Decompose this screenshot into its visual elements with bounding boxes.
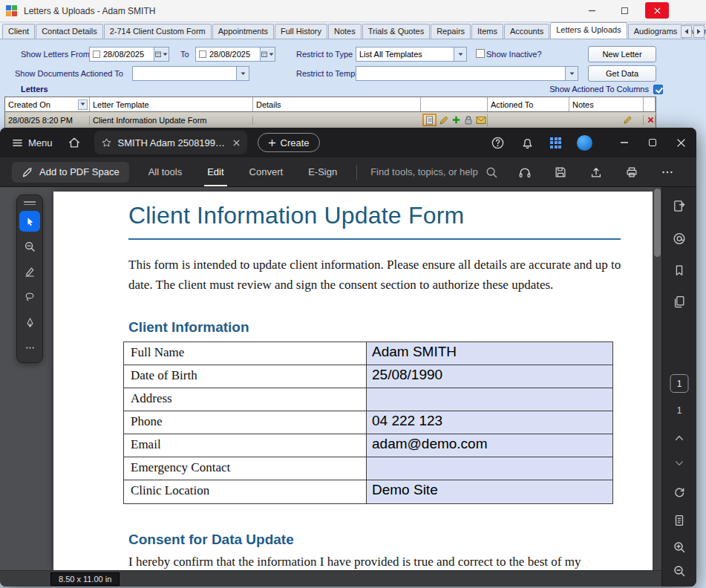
tab-scroll-left-button[interactable]: [681, 25, 692, 38]
actioned-to-select[interactable]: [132, 66, 249, 81]
export-button[interactable]: [673, 199, 687, 213]
actioned-to-dropdown-button[interactable]: [236, 67, 249, 80]
add-icon[interactable]: [451, 115, 461, 125]
account-avatar[interactable]: [577, 135, 592, 151]
menu-button[interactable]: Menu: [7, 133, 57, 153]
acrobat-close-button[interactable]: [676, 138, 686, 148]
column-header-letter-template[interactable]: Letter Template: [90, 97, 253, 111]
zoom-tool[interactable]: [19, 236, 40, 257]
zoom-out-button[interactable]: [673, 564, 686, 578]
edit-note-icon[interactable]: [623, 115, 633, 125]
save-button[interactable]: [554, 166, 567, 179]
vertical-scrollbar[interactable]: [653, 187, 661, 570]
sign-pen-tool[interactable]: [19, 312, 40, 333]
date-of-birth-field[interactable]: 25/08/1990: [367, 365, 612, 388]
tab-contact-details[interactable]: Contact Details: [36, 24, 103, 39]
highlight-tool[interactable]: [19, 261, 40, 282]
bookmarks-button[interactable]: [673, 264, 686, 277]
restrict-template-dropdown-button[interactable]: [565, 67, 578, 80]
comments-button[interactable]: [673, 232, 687, 246]
tab-all-tools[interactable]: All tools: [148, 157, 183, 186]
clinic-location-field[interactable]: Demo Site: [367, 480, 612, 503]
from-date-checkbox[interactable]: [93, 50, 100, 58]
tab-scroll-right-button[interactable]: [693, 25, 705, 38]
tab-notes[interactable]: Notes: [328, 24, 362, 39]
delete-letter-button[interactable]: [644, 116, 656, 124]
page-down-button[interactable]: [673, 457, 685, 469]
page-view-button[interactable]: [673, 514, 686, 527]
letter-row[interactable]: 28/08/25 8:20 PM Client Information Upda…: [5, 112, 656, 128]
acrobat-maximize-button[interactable]: [649, 138, 656, 148]
new-letter-button[interactable]: New Letter: [588, 46, 656, 62]
edit-letter-icon[interactable]: [439, 115, 449, 125]
email-field[interactable]: adam@demo.com: [367, 434, 612, 457]
document-tab[interactable]: SMITH Adam 25081990 ...: [94, 131, 247, 154]
share-upload-button[interactable]: [589, 166, 603, 179]
show-actioned-columns-checkbox[interactable]: [653, 85, 663, 94]
column-header-created-on[interactable]: Created On: [5, 97, 90, 111]
help-button[interactable]: [491, 136, 505, 150]
select-tool[interactable]: [19, 211, 40, 232]
restrict-type-select[interactable]: List All Templates: [356, 47, 467, 62]
tab-items[interactable]: Items: [471, 24, 503, 39]
document-tab-title: SMITH Adam 25081990 ...: [118, 137, 226, 148]
create-button[interactable]: Create: [258, 133, 320, 152]
tab-trials-quotes[interactable]: Trials & Quotes: [362, 24, 430, 39]
pages-button[interactable]: [673, 295, 686, 308]
tab-full-history[interactable]: Full History: [275, 24, 327, 39]
restrict-template-select[interactable]: [356, 66, 578, 81]
restrict-type-dropdown-button[interactable]: [454, 48, 466, 61]
zoom-in-button[interactable]: [673, 540, 686, 554]
column-header-notes[interactable]: Notes: [569, 97, 644, 111]
close-document-tab-button[interactable]: [232, 139, 241, 147]
tab-audiograms[interactable]: Audiograms: [628, 24, 684, 39]
phone-field[interactable]: 04 222 123: [367, 411, 612, 434]
notifications-button[interactable]: [520, 136, 535, 150]
show-inactive-label: Show Inactive?: [486, 50, 542, 59]
page-up-button[interactable]: [673, 432, 685, 444]
app-maximize-button[interactable]: [612, 2, 636, 19]
tab-letters-uploads[interactable]: Letters & Uploads: [550, 22, 627, 39]
page-number-box[interactable]: 1: [670, 374, 689, 393]
tab-convert[interactable]: Convert: [249, 157, 284, 186]
print-button[interactable]: [625, 166, 638, 179]
drag-handle[interactable]: [24, 200, 36, 206]
app-minimize-button[interactable]: [580, 2, 604, 19]
field-label: Full Name: [124, 342, 367, 365]
from-date-picker-button[interactable]: [154, 48, 169, 61]
address-field[interactable]: [367, 388, 612, 411]
read-aloud-button[interactable]: [518, 166, 532, 179]
full-name-field[interactable]: Adam SMITH: [367, 342, 612, 365]
tab-client[interactable]: Client: [2, 24, 35, 39]
more-tools-button[interactable]: [19, 337, 40, 358]
to-date-field[interactable]: 28/08/2025: [195, 47, 275, 62]
letter-selected-icon[interactable]: [422, 114, 437, 126]
tab-client-custom-form[interactable]: 2-714 Client Custom Form: [104, 24, 212, 39]
from-date-field[interactable]: 28/08/2025: [89, 47, 169, 62]
column-header-actioned-to[interactable]: Actioned To: [488, 97, 569, 111]
column-header-details[interactable]: Details: [253, 97, 421, 111]
lock-icon[interactable]: [463, 115, 474, 125]
app-close-button[interactable]: [645, 2, 669, 19]
add-to-pdf-space-button[interactable]: Add to PDF Space: [12, 162, 129, 183]
get-data-button[interactable]: Get Data: [588, 65, 656, 82]
rotate-button[interactable]: [673, 486, 686, 499]
home-button[interactable]: [68, 136, 81, 149]
scrollbar-thumb[interactable]: [654, 189, 661, 257]
acrobat-minimize-button[interactable]: [620, 138, 629, 148]
created-on-filter-button[interactable]: [78, 99, 88, 110]
emergency-contact-field[interactable]: [367, 457, 612, 480]
lasso-tool[interactable]: [19, 287, 40, 307]
search-input[interactable]: Find tools, topics, or help: [370, 166, 497, 178]
tab-accounts[interactable]: Accounts: [504, 24, 549, 39]
to-date-picker-button[interactable]: [260, 48, 275, 61]
tab-edit[interactable]: Edit: [207, 157, 223, 186]
to-date-checkbox[interactable]: [199, 50, 206, 58]
show-inactive-checkbox[interactable]: [476, 49, 485, 58]
tab-repairs[interactable]: Repairs: [431, 24, 471, 39]
more-options-button[interactable]: [661, 166, 674, 179]
tab-esign[interactable]: E-Sign: [308, 157, 337, 186]
tab-appointments[interactable]: Appointments: [212, 24, 274, 39]
apps-grid-icon[interactable]: [550, 137, 561, 148]
email-icon[interactable]: [476, 116, 486, 125]
